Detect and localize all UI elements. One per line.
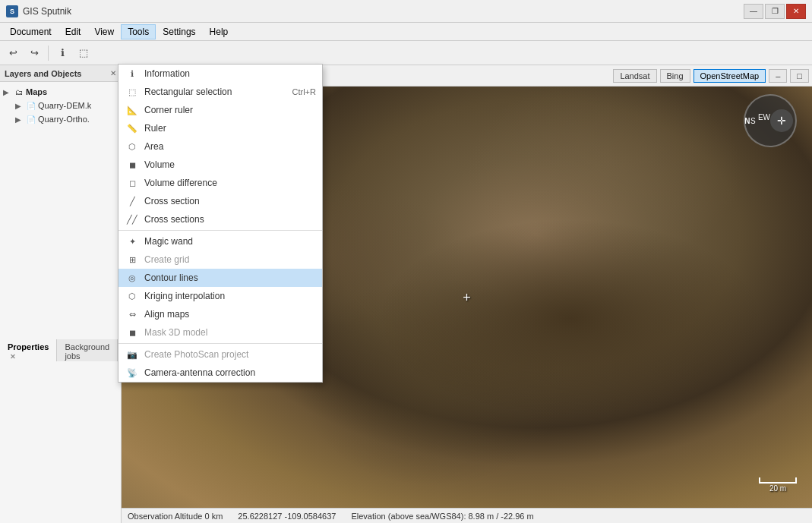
crosshair: + [463, 289, 471, 305]
dropdown-kriging-interpolation[interactable]: ⬡ Kriging interpolation [118, 287, 322, 305]
tree-ortho-item[interactable]: ▶ 📄 Quarry-Ortho. [0, 112, 121, 126]
rectangular-selection-label: Rectangular selection [144, 87, 292, 97]
close-button[interactable]: ✕ [786, 4, 806, 19]
dropdown-volume-difference[interactable]: ◻ Volume difference [118, 174, 322, 192]
dem-expand-icon[interactable]: ▶ [15, 102, 24, 110]
redo-button[interactable]: ↪ [24, 43, 44, 63]
ortho-expand-icon[interactable]: ▶ [15, 115, 24, 124]
dropdown-mask-3d-model: ◼ Mask 3D model [118, 323, 322, 342]
bottom-panel: Properties ✕ Background jobs – □ [0, 341, 121, 523]
compass-west: W [763, 112, 770, 121]
ortho-file-icon: 📄 [26, 114, 36, 124]
coordinates-status: 25.6228127 -109.0584637 [238, 512, 336, 521]
dropdown-cross-sections[interactable]: ╱╱ Cross sections [118, 210, 322, 228]
tree-maps-item[interactable]: ▶ 🗂 Maps [0, 85, 121, 99]
bing-button[interactable]: Bing [660, 69, 690, 83]
toolbar-separator-1 [48, 46, 49, 61]
menu-view[interactable]: View [87, 24, 121, 39]
map-restore-button[interactable]: □ [790, 69, 809, 83]
dropdown-create-photoscan: 📷 Create PhotoScan project [118, 345, 322, 364]
magic-wand-label: Magic wand [144, 236, 316, 247]
menu-tools[interactable]: Tools [121, 24, 156, 39]
magic-wand-icon: ✦ [125, 235, 140, 247]
dropdown-camera-antenna[interactable]: 📡 Camera-antenna correction [118, 364, 322, 382]
maps-folder-icon: 🗂 [14, 87, 24, 97]
background-jobs-tab[interactable]: Background jobs [57, 339, 118, 364]
dropdown-ruler[interactable]: 📏 Ruler [118, 119, 322, 137]
mask-3d-label: Mask 3D model [144, 327, 316, 338]
cross-section-label: Cross section [144, 196, 316, 206]
menu-help[interactable]: Help [203, 24, 235, 39]
dropdown-create-grid: ⊞ Create grid [118, 250, 322, 269]
dropdown-align-maps[interactable]: ⇔ Align maps [118, 305, 322, 323]
app-title: GIS Sputnik [23, 6, 71, 17]
scale-label: 20 m [769, 484, 786, 493]
compass-ring: N S E W ✛ [744, 94, 797, 147]
dropdown-corner-ruler[interactable]: 📐 Corner ruler [118, 101, 322, 119]
dem-file-icon: 📄 [26, 100, 36, 111]
information-icon: ℹ [125, 68, 140, 80]
left-panel: Layers and Objects ✕ ▶ 🗂 Maps ▶ 📄 Quarry… [0, 65, 122, 523]
compass[interactable]: N S E W ✛ [744, 94, 797, 147]
restore-button[interactable]: ❐ [765, 4, 785, 19]
maps-expand-icon[interactable]: ▶ [3, 88, 12, 96]
undo-button[interactable]: ↩ [3, 43, 23, 63]
volume-label: Volume [144, 159, 316, 170]
dropdown-contour-lines[interactable]: ◎ Contour lines [118, 269, 322, 287]
titlebar: S GIS Sputnik — ❐ ✕ [0, 0, 812, 23]
select-button[interactable]: ⬚ [74, 43, 93, 63]
kriging-label: Kriging interpolation [144, 291, 316, 301]
layers-title: Layers and Objects [5, 69, 82, 78]
elevation-status: Elevation (above sea/WGS84): 8.98 m / -2… [351, 512, 533, 521]
tools-dropdown: ℹ Information ⬚ Rectangular selection Ct… [118, 64, 323, 383]
compass-east: E [758, 112, 763, 121]
dropdown-area[interactable]: ⬡ Area [118, 137, 322, 156]
openstreetmap-button[interactable]: OpenStreetMap [694, 69, 766, 83]
dem-label: Quarry-DEM.k [38, 101, 118, 110]
ruler-icon: 📏 [125, 122, 140, 134]
info-button[interactable]: ℹ [52, 43, 72, 63]
align-maps-icon: ⇔ [125, 308, 140, 320]
cross-section-icon: ╱ [125, 195, 140, 207]
rectangular-selection-icon: ⬚ [125, 86, 140, 98]
compass-arrows-icon: ✛ [777, 115, 786, 127]
mask-3d-icon: ◼ [125, 326, 140, 339]
ortho-label: Quarry-Ortho. [38, 115, 118, 124]
create-grid-icon: ⊞ [125, 254, 140, 266]
dropdown-volume[interactable]: ◼ Volume [118, 156, 322, 174]
menu-document[interactable]: Document [3, 24, 58, 39]
dropdown-separator-2 [118, 343, 322, 344]
minimize-button[interactable]: — [744, 4, 763, 19]
photoscan-icon: 📷 [125, 348, 140, 361]
cross-sections-icon: ╱╱ [125, 213, 140, 225]
scale-bar: 20 m [759, 477, 797, 493]
menu-edit[interactable]: Edit [58, 24, 88, 39]
compass-north: N [744, 117, 750, 125]
landsat-button[interactable]: Landsat [613, 69, 656, 83]
dropdown-cross-section[interactable]: ╱ Cross section [118, 192, 322, 210]
status-bar: Observation Altitude 0 km 25.6228127 -10… [122, 508, 812, 523]
area-icon: ⬡ [125, 140, 140, 153]
ruler-label: Ruler [144, 123, 316, 134]
compass-south: S [750, 117, 756, 125]
app-icon: S [6, 5, 18, 17]
maps-label: Maps [26, 87, 118, 96]
map-minimize-button[interactable]: – [769, 69, 787, 83]
contour-lines-label: Contour lines [144, 273, 316, 283]
dropdown-rectangular-selection[interactable]: ⬚ Rectangular selection Ctrl+R [118, 83, 322, 101]
camera-antenna-label: Camera-antenna correction [144, 367, 316, 378]
photoscan-label: Create PhotoScan project [144, 349, 316, 360]
menu-settings[interactable]: Settings [156, 24, 202, 39]
layers-close-button[interactable]: ✕ [110, 69, 116, 77]
information-label: Information [144, 68, 316, 79]
dropdown-magic-wand[interactable]: ✦ Magic wand [118, 232, 322, 250]
align-maps-label: Align maps [144, 309, 316, 320]
properties-content [0, 361, 121, 523]
dropdown-information[interactable]: ℹ Information [118, 65, 322, 83]
rectangular-selection-shortcut: Ctrl+R [292, 87, 316, 96]
properties-tab-close[interactable]: ✕ [10, 353, 16, 361]
tree-dem-item[interactable]: ▶ 📄 Quarry-DEM.k [0, 99, 121, 112]
contour-lines-icon: ◎ [125, 272, 140, 284]
corner-ruler-icon: 📐 [125, 104, 140, 116]
properties-tab[interactable]: Properties ✕ [0, 339, 57, 364]
